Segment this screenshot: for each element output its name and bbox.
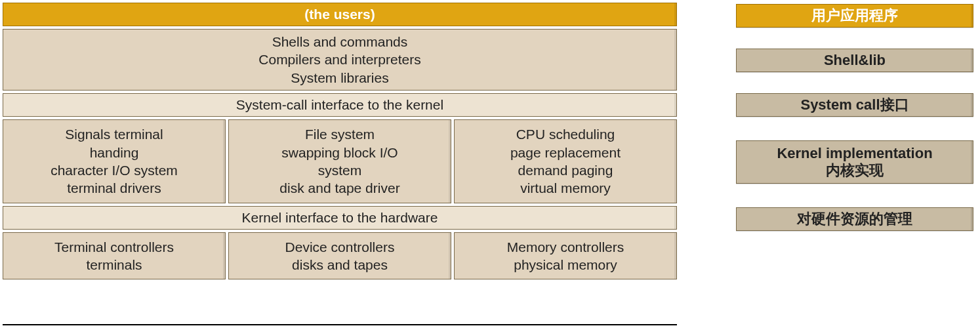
label-syscall: System call接口: [736, 93, 973, 117]
kernel-c2-l1: File system: [279, 125, 399, 143]
layer-syscall: System-call interface to the kernel: [3, 93, 677, 117]
shell-line-3: System libraries: [258, 69, 420, 87]
label-users: 用户应用程序: [736, 4, 973, 28]
hw-col-3: Memory controllers physical memory: [454, 232, 677, 279]
kernel-c3-l1: CPU scheduling: [510, 125, 621, 143]
kernel-c2-l3: system: [279, 161, 399, 179]
kernel-c2-l2: swapping block I/O: [279, 144, 399, 161]
kernel-c1-l3: character I/O system: [51, 161, 178, 179]
label-syscall-text: System call接口: [800, 96, 909, 113]
label-shell: Shell&lib: [736, 49, 973, 72]
hw-c1-l1: Terminal controllers: [54, 238, 174, 256]
kernel-c1-l2: handing: [51, 144, 178, 161]
kernel-c2-l4: disk and tape driver: [279, 179, 399, 197]
left-column: (the users) Shells and commands Compiler…: [3, 3, 677, 325]
label-kernel-text-2: 内核实现: [777, 162, 932, 179]
kernel-col-1: Signals terminal handing character I/O s…: [3, 119, 226, 203]
layer-shell: Shells and commands Compilers and interp…: [3, 29, 677, 91]
kernel-c1-l1: Signals terminal: [51, 125, 178, 143]
hw-c1-l2: terminals: [54, 256, 174, 274]
layer-users: (the users): [3, 3, 677, 26]
layer-hw-interface: Kernel interface to the hardware: [3, 206, 677, 230]
diagram-container: (the users) Shells and commands Compiler…: [3, 3, 977, 325]
kernel-col-2: File system swapping block I/O system di…: [228, 119, 451, 203]
hw-c3-l2: physical memory: [507, 256, 624, 274]
hw-col-1: Terminal controllers terminals: [3, 232, 226, 279]
layer-syscall-label: System-call interface to the kernel: [236, 96, 443, 113]
kernel-c1-l4: terminal drivers: [51, 179, 178, 197]
label-kernel-text-1: Kernel implementation: [777, 145, 932, 162]
kernel-c3-l4: virtual memory: [510, 179, 621, 197]
label-shell-text: Shell&lib: [824, 52, 886, 69]
layer-hardware-row: Terminal controllers terminals Device co…: [3, 232, 677, 279]
label-kernel: Kernel implementation 内核实现: [736, 140, 973, 184]
hw-c2-l2: disks and tapes: [285, 256, 395, 274]
label-users-text: 用户应用程序: [811, 7, 898, 24]
hw-c2-l1: Device controllers: [285, 238, 395, 256]
hw-c3-l1: Memory controllers: [507, 238, 624, 256]
shell-line-1: Shells and commands: [258, 33, 420, 51]
shell-line-2: Compilers and interpreters: [258, 51, 420, 68]
label-hardware: 对硬件资源的管理: [736, 207, 973, 231]
kernel-col-3: CPU scheduling page replacement demand p…: [454, 119, 677, 203]
layer-hw-interface-label: Kernel interface to the hardware: [242, 209, 438, 226]
layer-shell-text: Shells and commands Compilers and interp…: [258, 33, 420, 87]
kernel-c3-l2: page replacement: [510, 144, 621, 161]
kernel-c3-l3: demand paging: [510, 161, 621, 179]
right-column: 用户应用程序 Shell&lib System call接口 Kernel im…: [677, 3, 977, 325]
hw-col-2: Device controllers disks and tapes: [228, 232, 451, 279]
layer-kernel-row: Signals terminal handing character I/O s…: [3, 119, 677, 203]
label-hardware-text: 对硬件资源的管理: [797, 211, 912, 228]
layer-users-label: (the users): [304, 5, 375, 23]
